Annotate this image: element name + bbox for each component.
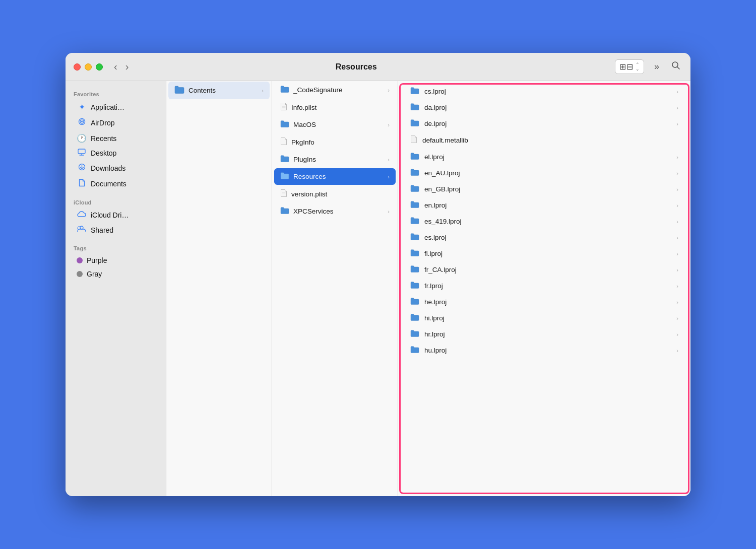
list-item[interactable]: Info.plist [274, 99, 396, 116]
folder-icon [410, 249, 419, 258]
chevron-icon: › [676, 105, 678, 111]
search-icon [671, 61, 680, 70]
sidebar-item-applications[interactable]: ✦ Applicati… [69, 100, 163, 114]
file-name: Resources [293, 173, 384, 180]
sidebar-item-airdrop[interactable]: AirDrop [69, 115, 163, 130]
purple-tag-dot [77, 257, 83, 263]
downloads-icon [77, 163, 87, 173]
list-item[interactable]: version.plist [274, 185, 396, 202]
chevron-icon: › [676, 186, 678, 192]
sidebar-section-tags: Tags Purple Gray [66, 243, 166, 281]
folder-icon [410, 87, 419, 96]
recents-icon: 🕐 [77, 133, 87, 143]
list-item[interactable]: fi.lproj › [402, 246, 686, 261]
list-item[interactable]: PkgInfo [274, 133, 396, 151]
list-item[interactable]: de.lproj › [402, 116, 686, 131]
chevron-icon: › [388, 87, 390, 93]
sidebar-item-label: Applicati… [91, 103, 124, 111]
folder-icon [410, 103, 419, 112]
list-item[interactable]: hr.lproj › [402, 326, 686, 342]
list-item[interactable]: en.lproj › [402, 197, 686, 213]
folder-icon [410, 346, 419, 355]
file-name: da.lproj [424, 104, 671, 111]
sidebar-item-label: Documents [91, 180, 127, 188]
gray-tag-dot [77, 271, 83, 277]
list-item[interactable]: XPCServices › [274, 203, 396, 220]
list-item[interactable]: el.lproj › [402, 149, 686, 165]
file-panes: Contents › _CodeSignature › Info.plist [166, 81, 690, 496]
folder-icon [280, 207, 289, 216]
file-name: en_GB.lproj [424, 185, 671, 193]
toolbar-right: ⊞⊟ ⌃⌄ » [615, 59, 682, 75]
doc-icon [280, 189, 287, 199]
folder-icon [280, 155, 289, 164]
sidebar-item-gray[interactable]: Gray [69, 267, 163, 281]
list-item[interactable]: _CodeSignature › [274, 82, 396, 98]
folder-icon [410, 152, 419, 162]
folder-icon [410, 281, 419, 291]
file-name: fr.lproj [424, 282, 671, 290]
chevron-icon: › [676, 154, 678, 160]
list-item[interactable]: cs.lproj › [402, 84, 686, 99]
desktop-icon [77, 149, 87, 158]
list-item[interactable]: Contents › [168, 82, 270, 99]
sidebar-section-icloud: iCloud iCloud Dri… Shared [66, 197, 166, 237]
more-options-button[interactable]: » [652, 59, 661, 74]
list-item[interactable]: en_AU.lproj › [402, 165, 686, 181]
grid-icon: ⊞⊟ [619, 62, 634, 72]
chevron-icon: › [388, 174, 390, 180]
minimize-button[interactable] [85, 63, 92, 71]
file-name: Contents [188, 87, 258, 94]
file-name: XPCServices [293, 208, 384, 215]
chevron-icon: › [676, 121, 678, 127]
sidebar-item-shared[interactable]: Shared [69, 223, 163, 237]
folder-icon [410, 217, 419, 226]
main-content: Favorites ✦ Applicati… AirDrop 🕐 Recents [66, 81, 690, 496]
svg-point-10 [80, 226, 83, 229]
chevron-updown-icon: ⌃⌄ [636, 62, 640, 72]
list-item[interactable]: es_419.lproj › [402, 214, 686, 229]
sidebar-item-recents[interactable]: 🕐 Recents [69, 131, 163, 146]
chevron-icon: › [676, 219, 678, 225]
sidebar-item-documents[interactable]: Documents [69, 176, 163, 191]
folder-icon [410, 329, 419, 339]
list-item[interactable]: MacOS › [274, 116, 396, 133]
file-name: en_AU.lproj [424, 169, 671, 177]
pane-1: Contents › [166, 81, 272, 496]
file-name: MacOS [293, 121, 384, 128]
doc-icon [410, 135, 417, 146]
finder-window: ‹ › Resources ⊞⊟ ⌃⌄ » Favorites [66, 53, 690, 496]
list-item[interactable]: hi.lproj › [402, 310, 686, 326]
documents-icon [77, 179, 87, 189]
list-item[interactable]: es.lproj › [402, 230, 686, 245]
sidebar-item-downloads[interactable]: Downloads [69, 161, 163, 176]
list-item[interactable]: Resources › [274, 168, 396, 185]
file-name: default.metallib [422, 136, 678, 144]
file-name: fr_CA.lproj [424, 266, 671, 273]
chevron-icon: › [676, 251, 678, 257]
folder-icon [410, 119, 419, 128]
sidebar-item-label: Gray [87, 270, 102, 278]
list-item[interactable]: hu.lproj › [402, 342, 686, 358]
list-item[interactable]: en_GB.lproj › [402, 181, 686, 197]
sidebar-item-desktop[interactable]: Desktop [69, 146, 163, 160]
chevron-icon: › [676, 299, 678, 305]
list-item[interactable]: da.lproj › [402, 100, 686, 115]
list-item[interactable]: default.metallib [402, 132, 686, 149]
list-item[interactable]: he.lproj › [402, 294, 686, 310]
close-button[interactable] [74, 63, 81, 71]
chevron-icon: › [676, 348, 678, 354]
sidebar-item-purple[interactable]: Purple [69, 254, 163, 267]
list-item[interactable]: PlugIns › [274, 151, 396, 168]
sidebar-item-label: iCloud Dri… [91, 211, 129, 219]
svg-line-1 [677, 67, 680, 70]
search-button[interactable] [669, 59, 682, 75]
svg-rect-5 [78, 149, 85, 154]
list-item[interactable]: fr.lproj › [402, 278, 686, 294]
list-item[interactable]: fr_CA.lproj › [402, 262, 686, 278]
file-name: Info.plist [291, 104, 390, 111]
chevron-icon: › [676, 283, 678, 289]
file-name: fi.lproj [424, 250, 671, 257]
column-view-button[interactable]: ⊞⊟ ⌃⌄ [615, 59, 644, 74]
sidebar-item-icloud-drive[interactable]: iCloud Dri… [69, 208, 163, 222]
